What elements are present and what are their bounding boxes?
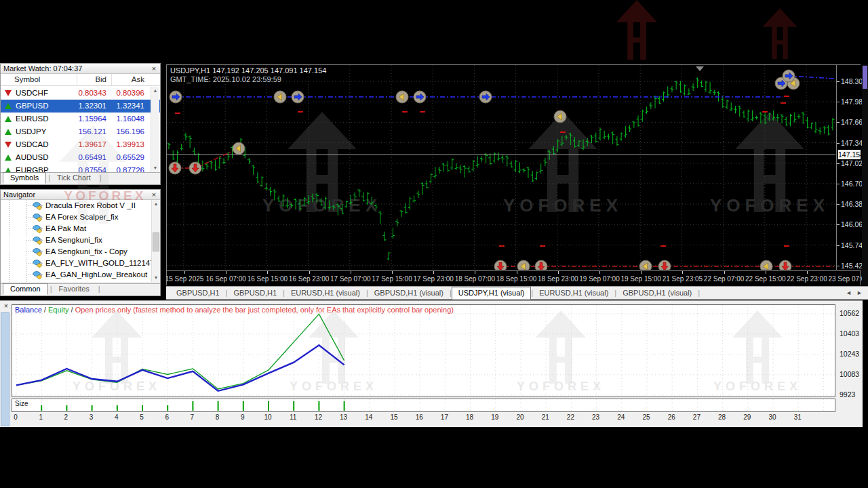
tab-common[interactable]: Common [3,283,48,295]
trade-marker-sell[interactable] [169,162,181,174]
trade-marker-close[interactable] [233,142,245,155]
navigator-titlebar[interactable]: Navigator × [1,190,160,200]
chart-tab-active[interactable]: USDJPY,H1 (visual) [452,287,532,300]
ask-value: 1.32341 [116,102,144,110]
column-bid[interactable]: Bid [95,75,106,83]
tester-x-label: 31 [789,413,806,421]
chart-tab[interactable]: GBPUSD,H1 [227,287,283,299]
expert-advisor-icon [33,236,43,245]
bid-value: 1.39617 [78,140,106,148]
navigator-item[interactable]: EA Forex Scalper_fix [1,211,160,223]
chart-watermark-text: YOFOREX [503,195,623,216]
trade-marker-close[interactable] [639,260,652,270]
time-axis-tick [517,271,517,274]
market-watch-row[interactable]: USDCAD1.396171.39913 [1,138,160,151]
time-axis[interactable]: 15 Sep 202516 Sep 07:0016 Sep 15:0016 Se… [167,270,860,285]
chart-tab[interactable]: GBPUSD,H1 (visual) [616,287,698,299]
navigator-item[interactable]: EA_GAN_HighLow_Breakout [1,269,160,281]
price-axis-tick [837,81,840,82]
tester-x-label: 25 [638,413,654,421]
chart-tab[interactable]: GBPUSD,H1 (visual) [368,287,450,299]
tester-watermark-logo [732,310,783,384]
tree-connector [26,228,33,229]
trade-marker-buy[interactable] [292,91,304,103]
market-watch-header[interactable]: Symbol Bid Ask [1,74,160,86]
symbol-name: EURGBP [16,166,49,172]
trade-marker-buy[interactable] [414,91,426,103]
tester-y-label: 10562 [840,309,859,317]
trade-marker-close[interactable] [274,91,286,103]
time-axis-label: 16 Sep 23:00 [285,275,333,283]
time-axis-label: 19 Sep 15:00 [617,275,665,283]
navigator-item[interactable]: EA Sengkuni_fix - Copy [1,246,160,258]
trade-marker-buy[interactable] [170,91,182,103]
navigator-item[interactable] [1,281,160,282]
scrollbar-thumb[interactable] [863,66,867,89]
market-watch-row[interactable]: USDCHF0.803430.80396 [1,87,160,100]
trade-marker-sell[interactable] [535,260,547,270]
tester-panel-grip[interactable] [1,312,9,426]
scroll-down-icon[interactable]: ▼ [151,164,159,172]
trade-marker-sell[interactable] [779,260,791,270]
market-watch-scrollbar[interactable]: ▲ ▼ [151,87,159,172]
close-icon[interactable]: × [149,190,159,199]
market-watch-row[interactable]: AUDUSD0.654910.65529 [1,151,160,164]
scroll-up-icon[interactable]: ▲ [151,87,159,95]
trend-up-icon [5,103,12,109]
chart-vertical-scrollbar[interactable] [862,64,868,285]
chart-tab[interactable]: GBPUSD,H1 [170,287,226,299]
navigator-item[interactable]: EA Pak Mat [1,223,160,235]
price-axis[interactable]: 148.300147.980147.660147.340147.020146.7… [836,65,861,270]
column-ask[interactable]: Ask [132,75,144,83]
trade-marker-close[interactable] [760,260,772,270]
tree-connector [26,274,33,275]
scrollbar-thumb[interactable] [153,232,159,251]
trade-marker-buy[interactable] [479,91,492,103]
trade-marker-sell[interactable] [189,162,201,174]
scroll-down-icon[interactable]: ▼ [152,274,160,282]
trade-marker-close[interactable] [517,260,530,270]
time-axis-label: 19 Sep 07:00 [576,275,623,283]
time-axis-label: 17 Sep 15:00 [368,275,416,283]
navigator-scrollbar[interactable]: ▲ ▼ [151,200,160,282]
tab-tick-chart[interactable]: Tick Chart [50,173,98,183]
market-watch-titlebar[interactable]: Market Watch: 07:04:37 × [1,64,160,74]
close-icon[interactable]: × [2,302,10,310]
tester-graph[interactable]: YOFOREXYOFOREXYOFOREXYOFOREX Balance / E… [12,304,835,397]
tester-x-label: 24 [613,413,629,421]
time-axis-tick [682,271,683,274]
trade-marker-sell[interactable] [494,260,507,270]
stop-level-tick [784,245,789,247]
bid-value: 0.80343 [78,89,106,97]
trend-down-icon [5,90,12,96]
price-axis-tick [837,224,840,225]
navigator-item[interactable]: EA Sengkuni_fix [1,235,160,246]
trade-marker-close[interactable] [554,110,566,123]
tab-favorites[interactable]: Favorites [52,284,96,294]
price-chart[interactable]: YOFOREXYOFOREXYOFOREX [167,65,835,270]
market-watch-row[interactable]: GBPUSD1.323011.32341 [1,100,160,113]
navigator-title: Navigator [3,190,35,199]
trade-marker-sell[interactable] [658,260,671,270]
chart-tab[interactable]: EURUSD,H1 (visual) [285,287,366,299]
tester-x-label: 4 [108,413,125,421]
market-watch-row[interactable]: EURGBP0.875540.87726 [1,164,160,172]
tab-scroll-right-icon[interactable]: ► [856,289,863,296]
symbol-name: EURUSD [16,115,49,123]
trade-marker-buy[interactable] [783,70,795,82]
tester-y-label: 10243 [840,350,859,358]
scroll-up-icon[interactable]: ▲ [152,200,160,208]
navigator-item[interactable]: Dracula Forex Robot V _II [1,200,160,211]
market-watch-row[interactable]: EURUSD1.159641.16048 [1,113,160,125]
column-symbol[interactable]: Symbol [14,75,40,83]
tester-x-label: 20 [512,413,528,421]
tab-scroll-left-icon[interactable]: ◄ [846,289,852,296]
tab-symbols[interactable]: Symbols [3,172,46,184]
close-icon[interactable]: × [149,64,159,73]
trade-marker-close[interactable] [396,91,408,103]
tester-x-label: 2 [58,413,74,421]
chart-tab[interactable]: EURUSD,H1 (visual) [533,287,614,299]
market-watch-row[interactable]: USDJPY156.121156.196 [1,125,160,138]
tester-x-label: 17 [436,413,452,421]
navigator-item[interactable]: EA_FLY_WITH_GOLD_1121477 [1,258,160,269]
